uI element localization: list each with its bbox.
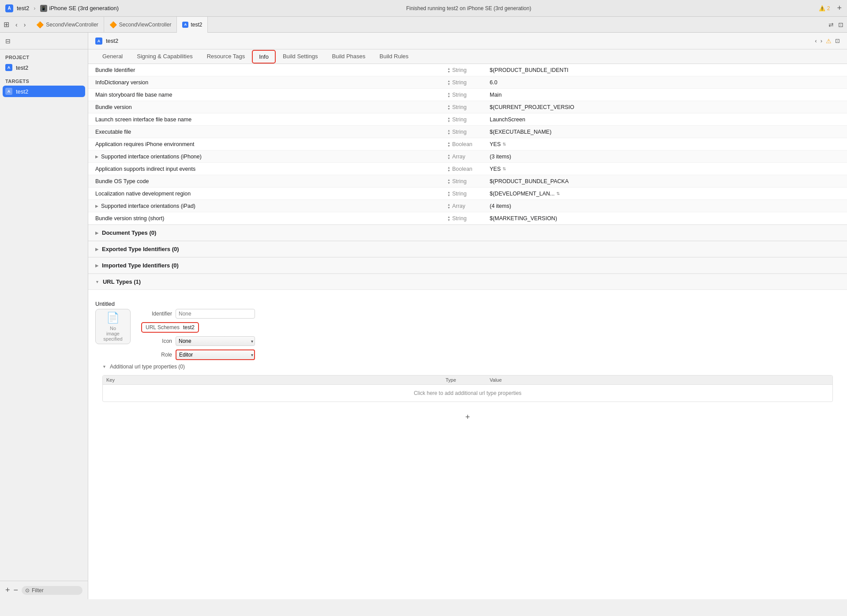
tab-info[interactable]: Info <box>252 50 276 64</box>
warning-button[interactable]: ⚠ <box>826 38 832 45</box>
device-info[interactable]: 📱 iPhone SE (3rd generation) <box>40 5 119 12</box>
row-type: String <box>452 178 467 184</box>
row-value: LaunchScreen <box>490 116 525 123</box>
row-key: Application supports indirect input even… <box>95 166 195 172</box>
url-schemes-label: URL Schemes <box>146 324 180 331</box>
row-type: String <box>452 67 467 73</box>
add-target-button[interactable]: + <box>5 586 10 595</box>
row-dropdown-arrow[interactable]: ⇅ <box>502 142 506 146</box>
add-url-type-button[interactable]: + <box>88 409 847 425</box>
info-table: Bundle Identifier ▲▼ String $(PRODUCT_BU… <box>88 64 847 599</box>
row-type: String <box>452 104 467 110</box>
row-key-cell: ▶Supported interface orientations (iPhon… <box>95 152 446 162</box>
project-header-right-actions: ‹ › ⚠ ⊡ <box>815 38 840 45</box>
row-dropdown-arrow[interactable]: ⇅ <box>556 191 560 196</box>
row-key-cell: Bundle version string (short) <box>95 214 446 223</box>
row-key-cell: Bundle OS Type code <box>95 177 446 186</box>
sidebar-item-test2-project[interactable]: A test2 <box>0 62 88 73</box>
row-stepper[interactable]: ▲▼ <box>447 79 450 86</box>
nav-back-btn-2[interactable]: ‹ <box>815 38 817 44</box>
icon-select-wrapper: None ▾ <box>176 336 255 346</box>
row-key: Supported interface orientations (iPhone… <box>101 154 202 160</box>
row-stepper[interactable]: ▲▼ <box>447 154 450 160</box>
tab-resource-tags[interactable]: Resource Tags <box>200 49 252 64</box>
sidebar-item-test2-target[interactable]: A test2 <box>3 86 85 97</box>
tab-build-phases[interactable]: Build Phases <box>325 49 372 64</box>
editor-options-button[interactable]: ⊡ <box>838 21 843 28</box>
row-type: Boolean <box>452 166 472 172</box>
row-stepper[interactable]: ▲▼ <box>447 92 450 98</box>
tab-secondviewcontroller-storyboard[interactable]: 🔶 SecondViewController <box>104 17 177 33</box>
nav-back-button[interactable]: ‹ <box>14 20 19 29</box>
filter-input[interactable]: ⊙ Filter <box>22 586 82 595</box>
row-dropdown-arrow[interactable]: ⇅ <box>502 166 506 171</box>
tab-build-rules[interactable]: Build Rules <box>372 49 416 64</box>
row-stepper[interactable]: ▲▼ <box>447 191 450 197</box>
nav-forward-btn-2[interactable]: › <box>821 38 822 44</box>
row-stepper[interactable]: ▲▼ <box>447 129 450 135</box>
exported-type-label: Exported Type Identifiers (0) <box>102 246 179 252</box>
warning-indicator[interactable]: ⚠️ 2 <box>819 5 830 11</box>
tab-general[interactable]: General <box>95 49 130 64</box>
url-type-item: 📄 Noimagespecified Identifier <box>95 309 840 360</box>
tab-build-settings[interactable]: Build Settings <box>276 49 325 64</box>
row-expander[interactable]: ▶ <box>95 204 98 208</box>
nav-forward-button[interactable]: › <box>22 20 28 29</box>
filter-label: Filter <box>32 587 44 593</box>
add-tab-button[interactable]: + <box>837 4 842 13</box>
row-stepper[interactable]: ▲▼ <box>447 178 450 184</box>
project-header-bar: A test2 ‹ › ⚠ ⊡ <box>88 33 847 49</box>
row-stepper[interactable]: ▲▼ <box>447 166 450 172</box>
row-type: String <box>452 215 467 222</box>
filter-icon: ⊙ <box>25 587 30 593</box>
settings-tabs-nav: General Signing & Capabilities Resource … <box>88 49 847 64</box>
nav-buttons: ‹ › <box>14 20 27 29</box>
row-stepper[interactable]: ▲▼ <box>447 141 450 147</box>
table-row: Main storyboard file base name ▲▼ String… <box>88 89 847 101</box>
row-type-cell: ▲▼ String <box>446 127 490 137</box>
identifier-input[interactable] <box>176 309 255 319</box>
project-icon: A <box>5 64 12 71</box>
imported-type-identifiers-section[interactable]: ▶ Imported Type Identifiers (0) <box>88 257 847 274</box>
row-stepper[interactable]: ▲▼ <box>447 203 450 209</box>
props-table-header: Key Type Value <box>103 376 832 385</box>
grid-view-button[interactable]: ⊞ <box>4 20 9 29</box>
tab-label-2: test2 <box>191 22 202 28</box>
tab-signing-capabilities[interactable]: Signing & Capabilities <box>130 49 199 64</box>
role-select[interactable]: None Editor Viewer Shell <box>176 349 255 360</box>
row-key: Bundle OS Type code <box>95 178 149 184</box>
url-types-section-header[interactable]: ▼ URL Types (1) <box>88 274 847 290</box>
row-stepper[interactable]: ▲▼ <box>447 215 450 222</box>
document-types-section[interactable]: ▶ Document Types (0) <box>88 225 847 241</box>
identifier-row: Identifier <box>141 309 840 319</box>
xcode-icon: A <box>182 22 188 28</box>
row-type-cell: ▲▼ Boolean <box>446 164 490 174</box>
row-key: Main storyboard file base name <box>95 92 172 98</box>
row-stepper[interactable]: ▲▼ <box>447 116 450 123</box>
app-title: test2 <box>17 5 29 11</box>
row-stepper[interactable]: ▲▼ <box>447 67 450 73</box>
app-icon: A <box>5 4 13 12</box>
row-expander[interactable]: ▶ <box>95 154 98 159</box>
add-props-text[interactable]: Click here to add additional url type pr… <box>103 385 832 402</box>
document-types-label: Document Types (0) <box>102 229 156 236</box>
row-value: Main <box>490 92 502 98</box>
tab-test2-xcode[interactable]: A test2 <box>177 17 208 33</box>
row-type: String <box>452 92 467 98</box>
url-type-fields: Identifier URL Schemes test2 Ic <box>141 309 840 360</box>
title-bar: A test2 › 📱 iPhone SE (3rd generation) F… <box>0 0 847 17</box>
sidebar-header: ⊟ <box>0 33 88 49</box>
split-editor-button[interactable]: ⊡ <box>835 38 840 44</box>
tab-secondviewcontroller-swift[interactable]: 🔶 SecondViewController <box>31 17 104 33</box>
row-value: $(PRODUCT_BUNDLE_PACKA <box>490 178 569 184</box>
icon-row: Icon None ▾ <box>141 336 840 346</box>
icon-select[interactable]: None <box>176 336 255 346</box>
table-row: Executable file ▲▼ String $(EXECUTABLE_N… <box>88 126 847 138</box>
remove-target-button[interactable]: − <box>14 586 19 595</box>
additional-props-header[interactable]: ▼ Additional url type properties (0) <box>102 360 833 373</box>
sidebar-toggle-button[interactable]: ⊟ <box>5 38 11 45</box>
split-view-button[interactable]: ⇄ <box>828 21 834 28</box>
exported-type-identifiers-section[interactable]: ▶ Exported Type Identifiers (0) <box>88 241 847 257</box>
row-stepper[interactable]: ▲▼ <box>447 104 450 110</box>
row-key-cell: Application supports indirect input even… <box>95 164 446 174</box>
